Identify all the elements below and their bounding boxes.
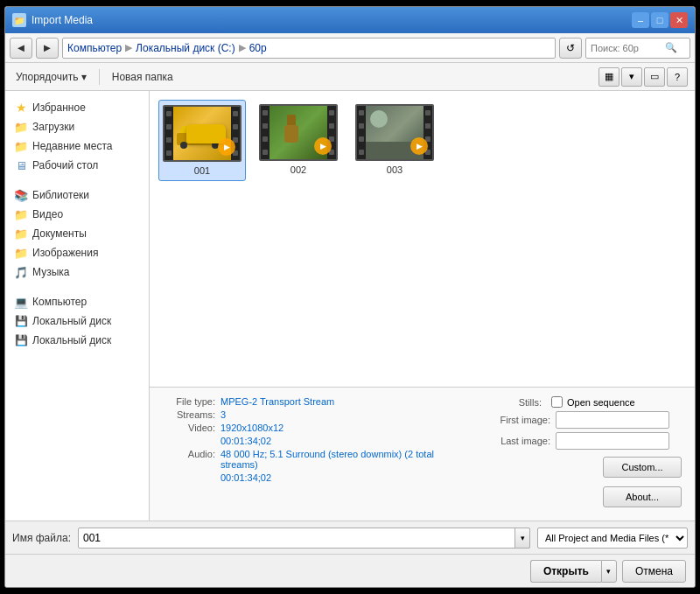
open-sequence-checkbox[interactable] <box>551 396 563 408</box>
address-computer[interactable]: Компьютер <box>67 42 122 54</box>
main-content: ★ Избранное 📁 Загрузки 📁 Недавние места … <box>5 91 695 521</box>
filename-dropdown-button[interactable]: ▾ <box>514 528 530 549</box>
detail-row-video: Video: 1920x1080x12 <box>163 423 472 433</box>
sidebar-drive-c-label: Локальный диск <box>32 315 111 327</box>
search-input[interactable] <box>591 43 665 53</box>
filename-input-wrap: ▾ <box>78 528 530 549</box>
toolbar-separator <box>99 69 100 85</box>
custom-button[interactable]: Custom... <box>603 457 682 478</box>
detail-row-audio: Audio: 48 000 Hz; 5.1 Surround (stereo d… <box>163 449 472 470</box>
back-button[interactable]: ◄ <box>10 38 32 59</box>
file-item-003[interactable]: ▶ 003 <box>351 100 438 181</box>
libraries-icon: 📚 <box>14 188 28 202</box>
window-title: Import Media <box>32 14 93 26</box>
film-strip-left-002 <box>261 106 270 159</box>
open-sequence-label: Open sequence <box>567 397 635 408</box>
file-area: ▶ 001 <box>150 91 695 521</box>
file-item-002[interactable]: ▶ 002 <box>255 100 342 181</box>
docs-icon: 📁 <box>14 227 28 241</box>
import-media-window: 📁 Import Media – □ ✕ ◄ ► Компьютер ▶ Лок… <box>4 6 696 588</box>
sidebar-item-desktop[interactable]: 🖥 Рабочий стол <box>5 156 149 175</box>
new-folder-label: Новая папка <box>112 71 173 83</box>
view-btn-3[interactable]: ▭ <box>644 67 665 87</box>
sidebar-desktop-label: Рабочий стол <box>32 159 98 171</box>
cancel-button[interactable]: Отмена <box>622 560 686 583</box>
last-image-row: Last image: <box>489 432 682 450</box>
open-dropdown-button[interactable]: ▾ <box>601 560 617 583</box>
detail-row-filetype: File type: MPEG-2 Transport Stream <box>163 396 472 407</box>
thumbnail-003: ▶ <box>355 104 434 161</box>
about-button[interactable]: About... <box>603 486 682 507</box>
sidebar-item-libraries[interactable]: 📚 Библиотеки <box>5 185 149 205</box>
new-folder-button[interactable]: Новая папка <box>108 69 177 85</box>
thumbnail-002: ▶ <box>259 104 338 161</box>
title-bar-controls: – □ ✕ <box>632 12 688 28</box>
drive-d-icon: 💾 <box>14 333 28 347</box>
last-image-label: Last image: <box>489 436 550 446</box>
film-strip-left-003 <box>357 106 366 159</box>
sidebar-item-drive-c[interactable]: 💾 Локальный диск <box>5 311 149 331</box>
filetype-select[interactable]: All Project and Media Files (* <box>537 528 688 549</box>
file-name-003: 003 <box>387 164 402 175</box>
title-bar-left: 📁 Import Media <box>12 13 93 27</box>
sidebar-item-docs[interactable]: 📁 Документы <box>5 224 149 243</box>
video-label: Video: <box>163 423 215 433</box>
recent-icon: 📁 <box>14 139 28 153</box>
detail-row-audio-time: 00:01:34;02 <box>163 472 472 483</box>
minimize-button[interactable]: – <box>632 12 649 28</box>
close-button[interactable]: ✕ <box>670 12 688 28</box>
view-btn-1[interactable]: ▦ <box>598 67 620 87</box>
search-box: 🔍 <box>585 38 690 59</box>
last-image-input[interactable] <box>556 432 669 450</box>
audio-time: 00:01:34;02 <box>220 472 271 483</box>
maximize-button[interactable]: □ <box>651 12 668 28</box>
details-panel: File type: MPEG-2 Transport Stream Strea… <box>150 387 695 521</box>
sidebar-item-video[interactable]: 📁 Видео <box>5 205 149 224</box>
sidebar-downloads-label: Загрузки <box>32 121 74 133</box>
sidebar-recent-label: Недавние места <box>32 140 112 152</box>
sidebar-item-recent[interactable]: 📁 Недавние места <box>5 136 149 156</box>
details-right: Stills: Open sequence First image: Last … <box>489 396 682 512</box>
window-icon: 📁 <box>12 13 26 27</box>
sidebar-docs-label: Документы <box>32 227 87 240</box>
help-button[interactable]: ? <box>667 67 688 87</box>
streams-value: 3 <box>220 409 226 420</box>
open-button-group: Открыть ▾ <box>530 560 617 583</box>
details-grid: File type: MPEG-2 Transport Stream Strea… <box>163 396 682 512</box>
title-bar: 📁 Import Media – □ ✕ <box>5 7 695 33</box>
forward-button[interactable]: ► <box>36 38 59 59</box>
play-overlay-001: ▶ <box>218 138 235 156</box>
file-grid: ▶ 001 <box>150 91 695 387</box>
details-left: File type: MPEG-2 Transport Stream Strea… <box>163 396 472 512</box>
filename-input[interactable] <box>78 528 530 549</box>
sidebar-favorites-label: Избранное <box>32 101 86 114</box>
bottom-bar: Имя файла: ▾ All Project and Media Files… <box>5 521 695 554</box>
view-btn-2[interactable]: ▾ <box>621 67 642 87</box>
computer-icon: 💻 <box>14 295 28 309</box>
sidebar-item-drive-d[interactable]: 💾 Локальный диск <box>5 331 149 350</box>
address-bar: Компьютер ▶ Локальный диск (C:) ▶ 60p <box>62 38 556 59</box>
detail-row-video-time: 00:01:34;02 <box>163 436 472 446</box>
sidebar-item-favorites[interactable]: ★ Избранное <box>5 98 149 117</box>
sidebar-item-computer[interactable]: 💻 Компьютер <box>5 292 149 311</box>
file-item-001[interactable]: ▶ 001 <box>158 100 246 181</box>
address-drive[interactable]: Локальный диск (C:) <box>136 42 235 54</box>
sidebar-item-downloads[interactable]: 📁 Загрузки <box>5 117 149 136</box>
filetype-value: MPEG-2 Transport Stream <box>220 396 334 407</box>
drive-c-icon: 💾 <box>14 314 28 328</box>
sidebar-drive-d-label: Локальный диск <box>32 334 111 346</box>
sidebar-item-images[interactable]: 📁 Изображения <box>5 243 149 262</box>
video-time: 00:01:34;02 <box>220 436 271 446</box>
streams-label: Streams: <box>163 409 215 420</box>
film-strip-left-001 <box>164 107 173 160</box>
view-icons: ▦ ▾ ▭ ? <box>598 67 688 87</box>
play-overlay-002: ▶ <box>314 137 332 155</box>
open-button[interactable]: Открыть <box>530 560 601 583</box>
organize-button[interactable]: Упорядочить ▾ <box>12 69 90 85</box>
toolbar: Упорядочить ▾ Новая папка ▦ ▾ ▭ ? <box>5 63 695 91</box>
address-folder[interactable]: 60p <box>249 42 267 54</box>
refresh-button[interactable]: ↺ <box>559 38 582 59</box>
desktop-icon: 🖥 <box>14 158 28 172</box>
first-image-input[interactable] <box>556 411 669 429</box>
sidebar-item-music[interactable]: 🎵 Музыка <box>5 262 149 282</box>
